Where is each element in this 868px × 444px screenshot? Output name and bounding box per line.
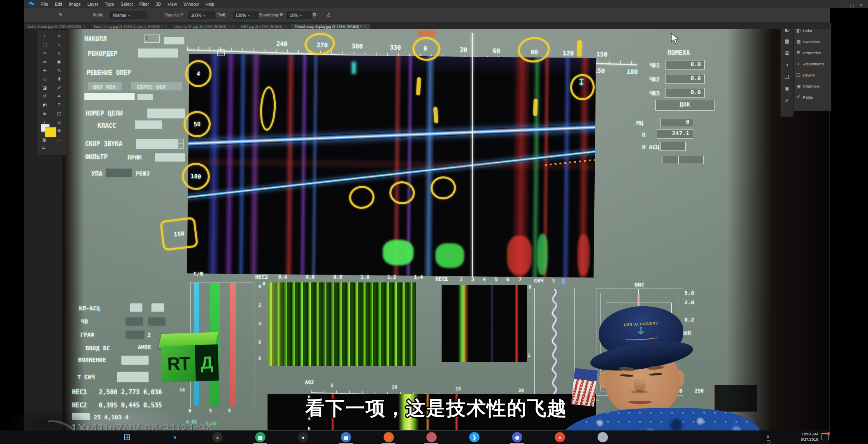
panel-tab-layers[interactable]: ❏Layers [794,69,831,81]
tool-icon[interactable]: ⊙ [52,118,66,127]
options-icon[interactable]: ⚙ [312,12,317,18]
document-tabs-bar: DaNa 3 scrn.jpg @ 176% (RGB/8)×Towed Arr… [24,22,830,29]
quick-mask-icon[interactable]: ◨ [42,138,45,142]
document-tab[interactable]: Towed Array.jpg @ 176% (Layer 1, RGB/8) … [90,24,171,29]
menu-layer[interactable]: Layer [84,0,101,7]
minimize-button[interactable]: ─ [838,2,847,7]
maximize-button[interactable]: ▢ [847,2,856,8]
taskbar-app-icon-1[interactable]: e [170,432,180,442]
tool-icon[interactable]: ▱ [37,58,52,66]
document-tab[interactable]: DaNa 3 scrn.jpg @ 176% (RGB/8)× [24,24,90,29]
display-text: ЧШ3 [649,90,660,97]
display-box [84,93,135,100]
tool-icon[interactable]: ✒ [52,92,66,101]
menu-select[interactable]: Select [117,0,136,7]
tool-icon[interactable]: ◪ [37,83,52,92]
dock-icon-channels[interactable]: ▣ [781,83,793,95]
dock-icon-swatches[interactable]: ▦ [781,35,793,47]
tool-icon[interactable]: ▢ [52,109,66,118]
taskbar-clock[interactable]: 10:04 AM 9/27/2018 [791,432,818,442]
taskbar-app-icon-6[interactable]: ◔ [384,432,394,442]
panel-tab-properties[interactable]: ≣Properties [794,47,831,58]
tool-icon[interactable]: + [37,32,52,40]
taskbar-app-icon-10[interactable]: ● [555,432,565,442]
tool-icon[interactable]: ✚ [52,75,66,83]
display-text: 0.4 [278,274,287,280]
tool-icon[interactable]: ◇ [37,75,52,83]
tab-close-icon[interactable]: × [84,25,86,29]
display-box [148,317,165,326]
panel-tab-channels[interactable]: ▣Channels [794,81,831,92]
taskbar-app-icon-9[interactable]: ◍ [512,432,522,442]
options-icon[interactable]: ⌾ [180,12,184,18]
tool-icon[interactable]: ✛ [37,66,52,75]
panel-label: Channels [803,84,819,88]
close-button[interactable]: × [856,2,866,7]
action-center-icon[interactable] [821,433,829,440]
option-value-smoothing[interactable]: 10%▾ [287,12,312,19]
dock-icon-properties[interactable]: ≣ [781,47,793,59]
tool-icon[interactable]: ⬚ [37,40,52,49]
display-text: 0.8 [333,274,342,280]
menu-file[interactable]: File [38,0,51,7]
menu-3d[interactable]: 3D [152,0,164,7]
tab-close-icon[interactable]: × [231,25,233,29]
tool-icon[interactable]: ✎ [52,66,66,75]
menu-image[interactable]: Image [65,0,84,7]
dock-icon-paths[interactable]: ✐ [781,95,793,107]
system-tray-icons[interactable]: ∧ ▢ ◁ [766,434,777,444]
option-value-mode[interactable]: Normal▾ [110,12,147,19]
taskbar-app-icon-8[interactable]: ❯ [469,432,479,442]
dock-icon-adjustments[interactable]: ◑ [781,59,793,71]
options-icon[interactable]: ✎ [58,12,63,18]
tool-icon[interactable]: ∿ [52,49,66,58]
panel-tab-swatches[interactable]: ▦Swatches [794,36,831,47]
towed-array-trace-1 [187,124,596,146]
options-icon[interactable]: ≋ [279,12,284,18]
display-box [106,169,132,177]
option-label: Opacity: [165,13,180,17]
menu-help[interactable]: Help [202,0,218,7]
tool-icon[interactable]: T [52,101,66,109]
photoshop-logo-icon[interactable]: Ps [27,1,36,7]
tool-icon[interactable]: ◩ [37,101,52,109]
tool-icon[interactable]: ↺ [37,92,52,101]
tab-close-icon[interactable]: × [364,25,366,29]
taskbar-app-icon-7[interactable]: ◉ [426,432,437,442]
start-button[interactable]: ⊞ [123,432,131,442]
dock-icon-layers[interactable]: ❏ [781,71,793,83]
options-icon[interactable]: ∠ [326,12,331,18]
document-tab[interactable]: HEC.jpg @ 176% (RGB/8)× [237,24,291,29]
document-tab[interactable]: Towed array display.jpg @ 176% (RGB/8) *… [291,24,370,29]
taskbar-app-icon-3[interactable]: ▦ [255,432,265,442]
tool-icon[interactable]: ⌗ [52,32,66,40]
swatches-icon: ▦ [796,36,803,47]
tool-icon[interactable]: ✂ [37,49,52,58]
menu-type[interactable]: Type [101,0,117,7]
tool-icon[interactable]: ✔ [52,83,66,92]
tool-icon[interactable]: ◉ [52,58,66,66]
menu-filter[interactable]: Filter [136,0,152,7]
taskbar-app-icon-4[interactable]: ● [298,432,308,442]
option-value-flow[interactable]: 100%▾ [233,12,259,19]
menu-view[interactable]: View [164,0,180,7]
menu-edit[interactable]: Edit [51,0,65,7]
panel-tab-paths[interactable]: ✐Paths [794,92,831,103]
display-box [663,156,678,164]
foreground-color-swatch[interactable] [45,127,56,137]
taskbar-app-icon-5[interactable]: ▣ [341,432,351,442]
tab-close-icon[interactable]: × [285,25,287,29]
taskbar-app-icon-2[interactable]: ▲ [212,432,223,442]
panel-tab-adjustments[interactable]: ◑Adjustments [794,58,831,69]
tool-icon[interactable]: ≋ [37,109,52,118]
display-box: 1 [144,35,160,43]
taskbar-app-icon-11[interactable]: ◌ [598,432,608,442]
display-text: 0.6 [306,274,315,280]
display-text: 0 [188,408,191,414]
option-value-opacity[interactable]: 100%▾ [188,12,215,19]
tab-close-icon[interactable]: × [165,25,167,29]
screen-mode-icon[interactable]: ⬓ [42,145,45,150]
document-tab[interactable]: close up TA.jpg @ 176% (RGB/8) *× [171,24,237,29]
tool-icon[interactable]: ○ [52,40,66,49]
menu-window[interactable]: Window [180,0,202,7]
